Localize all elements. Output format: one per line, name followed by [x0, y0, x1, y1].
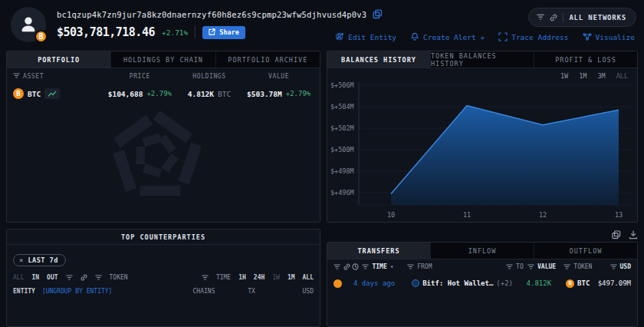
token-filter-label[interactable]: TOKEN	[110, 274, 128, 281]
filter-icon[interactable]	[202, 275, 209, 281]
tab-outflow[interactable]: OUTFLOW	[534, 243, 637, 259]
col-asset[interactable]: ASSET	[23, 73, 44, 80]
entity-header: B bc1qzup4k7zn9jur7a8kz0dnaernzyf60h8ez6…	[0, 0, 644, 49]
range-all[interactable]: ALL	[616, 72, 628, 80]
create-alert-button[interactable]: Create Alert +	[410, 32, 485, 41]
link-icon[interactable]	[343, 263, 350, 270]
range-1m[interactable]: 1M	[579, 72, 586, 80]
trace-address-button[interactable]: Trace Address	[498, 32, 568, 41]
filter-icon[interactable]	[610, 264, 617, 270]
tab-profit-loss[interactable]: PROFIT & LOSS	[534, 51, 637, 68]
networks-selector[interactable]: ALL NETWORKS	[528, 8, 636, 27]
asset-value: $503.78M	[247, 90, 282, 98]
transfer-time[interactable]: 4 days ago	[353, 279, 412, 287]
divider	[563, 13, 564, 22]
time-1h[interactable]: 1H	[238, 274, 246, 281]
col-from[interactable]: FROM	[417, 263, 432, 270]
col-time[interactable]: TIME	[372, 263, 386, 270]
counterparties-columns: ENTITY [UNGROUP BY ENTITY] CHAINS TX USD	[7, 281, 320, 295]
entity-avatar[interactable]: B	[11, 7, 46, 42]
copy-address-icon[interactable]	[373, 9, 383, 19]
price-chart-button[interactable]	[44, 88, 60, 99]
entity-balance: $503,781,718.46	[57, 25, 155, 39]
col-chains[interactable]: CHAINS	[180, 288, 228, 295]
tab-inflow[interactable]: INFLOW	[431, 243, 534, 259]
networks-label: ALL NETWORKS	[569, 14, 626, 21]
filter-icon[interactable]	[13, 73, 20, 79]
portfolio-panel: PORTFOLIO HOLDINGS BY CHAIN PORTFOLIO AR…	[6, 51, 320, 223]
time-filter-label[interactable]: TIME	[216, 274, 231, 281]
filter-icon[interactable]	[334, 264, 340, 270]
download-icon[interactable]	[629, 230, 638, 239]
btc-icon: B	[13, 88, 24, 99]
col-token[interactable]: TOKEN	[573, 263, 592, 270]
link-icon[interactable]	[80, 274, 87, 281]
sort-caret-icon[interactable]: ▾	[390, 263, 394, 270]
filter-icon[interactable]	[66, 275, 73, 281]
btc-chain-icon	[334, 279, 342, 288]
balances-history-panel: BALANCES HISTORY TOKEN BALANCES HISTORY …	[327, 51, 638, 223]
counterparties-title: TOP COUNTERPARTIES	[7, 230, 320, 245]
visualize-button[interactable]: Visualize	[583, 32, 635, 41]
filter-icon[interactable]	[362, 264, 369, 270]
filter-icon[interactable]	[506, 264, 513, 270]
direction-in[interactable]: IN	[31, 274, 39, 281]
remove-filter-icon[interactable]: ×	[19, 256, 23, 264]
share-button[interactable]: Share	[202, 26, 245, 39]
portfolio-tabbar: PORTFOLIO HOLDINGS BY CHAIN PORTFOLIO AR…	[7, 51, 320, 68]
arkham-logo-watermark	[112, 111, 201, 196]
edit-entity-button[interactable]: Edit Entity	[335, 32, 396, 41]
time-24h[interactable]: 24H	[254, 274, 264, 281]
share-icon	[209, 28, 215, 35]
transfers-toolbar	[327, 230, 638, 240]
last-7d-filter-chip[interactable]: × LAST 7d	[13, 254, 66, 266]
time-1w[interactable]: 1W	[272, 274, 280, 281]
transfer-from-extra: (+2)	[496, 279, 513, 287]
tab-balances-history[interactable]: BALANCES HISTORY	[327, 51, 431, 68]
transfer-from[interactable]: Bitf: Hot Wallet…	[422, 279, 493, 287]
col-to[interactable]: TO	[516, 263, 524, 270]
transfer-usd: $497.09M	[590, 279, 631, 287]
time-1m[interactable]: 1M	[288, 274, 295, 281]
filter-icon[interactable]	[407, 264, 414, 270]
direction-out[interactable]: OUT	[47, 274, 58, 281]
tab-portfolio[interactable]: PORTFOLIO	[7, 51, 111, 68]
copy-table-icon[interactable]	[612, 230, 621, 239]
range-3m[interactable]: 3M	[597, 72, 605, 80]
svg-text:10: 10	[387, 211, 395, 219]
tab-portfolio-archive[interactable]: PORTFOLIO ARCHIVE	[216, 51, 320, 68]
col-usd[interactable]: USD	[620, 263, 631, 270]
counterparties-filters: ALL IN OUT TOKEN TIME 1H 24H 1W 1M ALL	[7, 266, 320, 281]
transfers-table-header: TIME ▾ FROM TO VALUE TOKEN USD	[327, 259, 637, 274]
svg-text:$+496M: $+496M	[330, 189, 354, 197]
ungroup-by-entity-link[interactable]: [UNGROUP BY ENTITY]	[42, 288, 113, 295]
transfers-tabbar: TRANSFERS INFLOW OUTFLOW	[327, 243, 637, 259]
tab-token-balances-history[interactable]: TOKEN BALANCES HISTORY	[431, 51, 534, 68]
col-value[interactable]: VALUE	[537, 263, 556, 270]
time-all[interactable]: ALL	[303, 274, 314, 281]
holdings-unit: BTC	[218, 90, 231, 98]
clock-icon[interactable]	[352, 263, 359, 270]
svg-text:12: 12	[539, 211, 547, 219]
filter-icon[interactable]	[564, 264, 570, 270]
filter-icon[interactable]	[95, 275, 102, 281]
balances-chart: $+506M$+504M$+502M$+500M$+498M$+496M1011…	[327, 81, 637, 223]
graph-icon	[583, 32, 592, 41]
chart-range-selector: 1W 1M 3M ALL	[327, 68, 637, 81]
range-1w[interactable]: 1W	[560, 72, 568, 80]
transfer-row[interactable]: 4 days ago Bitf: Hot Wallet… (+2) bc1qzu…	[327, 274, 637, 292]
link-icon	[550, 14, 557, 21]
portfolio-row-btc[interactable]: B BTC $104,688 +2.79% 4.812K BTC $503.78…	[7, 84, 320, 104]
svg-text:$+498M: $+498M	[330, 167, 354, 175]
filter-icon[interactable]	[527, 264, 534, 270]
svg-text:11: 11	[463, 211, 471, 219]
col-entity[interactable]: ENTITY	[13, 288, 35, 295]
tab-holdings-by-chain[interactable]: HOLDINGS BY CHAIN	[111, 51, 215, 68]
col-price[interactable]: PRICE	[130, 73, 150, 80]
col-tx[interactable]: TX	[228, 288, 275, 295]
col-value[interactable]: VALUE	[268, 73, 289, 80]
col-usd[interactable]: USD	[275, 288, 314, 295]
col-holdings[interactable]: HOLDINGS	[192, 73, 225, 80]
tab-transfers[interactable]: TRANSFERS	[327, 243, 431, 259]
direction-all[interactable]: ALL	[13, 274, 24, 281]
